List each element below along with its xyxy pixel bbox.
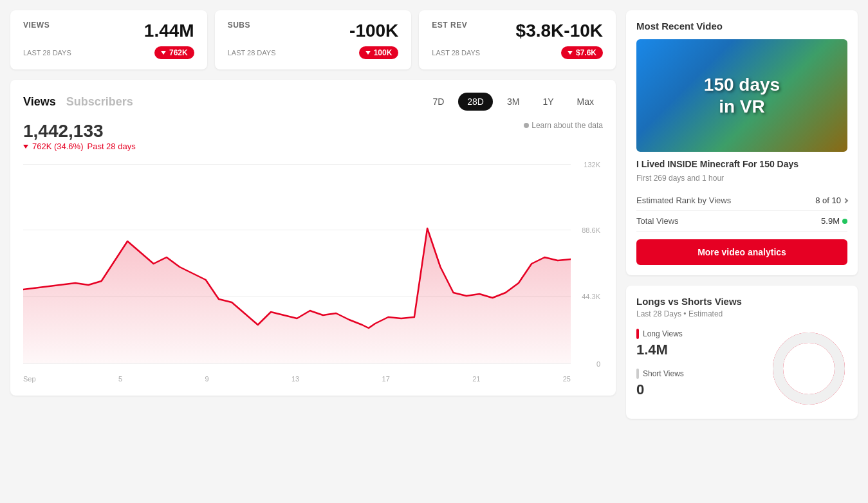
grid-label-132k: 132K — [584, 161, 600, 169]
tab-28d[interactable]: 28D — [458, 93, 493, 111]
longs-shorts-content: Long Views 1.4M Short Views 0 — [636, 329, 847, 408]
subs-label: SUBS — [228, 21, 250, 30]
longs-vs-shorts-card: Longs vs Shorts Views Last 28 Days • Est… — [626, 286, 858, 419]
chart-header: Views Subscribers 7D 28D 3M 1Y Max — [23, 93, 603, 111]
arrow-down-icon — [161, 51, 166, 55]
x-axis-labels: Sep 5 9 13 17 21 25 — [23, 375, 571, 383]
long-views-label: Long Views — [636, 329, 760, 339]
chart-card: Views Subscribers 7D 28D 3M 1Y Max 1,442… — [10, 80, 616, 396]
views-period: LAST 28 DAYS — [23, 49, 71, 57]
chart-period-tabs: 7D 28D 3M 1Y Max — [423, 93, 603, 111]
estrev-value: $3.8K-10K — [516, 21, 603, 41]
short-views-label: Short Views — [636, 369, 760, 379]
more-video-analytics-button[interactable]: More video analytics — [636, 239, 847, 265]
green-dot-icon — [842, 219, 847, 224]
long-bar-icon — [636, 329, 639, 339]
long-views-stat: Long Views 1.4M — [636, 329, 760, 358]
tab-7d[interactable]: 7D — [423, 93, 453, 111]
long-views-value: 1.4M — [636, 342, 760, 358]
chart-area: 132K 88.6K 44.3K 0 — [23, 164, 603, 383]
grid-label-0: 0 — [596, 360, 600, 368]
chart-change: 762K (34.6%) Past 28 days — [23, 142, 136, 151]
tab-max[interactable]: Max — [568, 93, 603, 111]
grid-label-88k: 88.6K — [582, 226, 600, 234]
donut-chart — [770, 330, 847, 407]
total-views-label: Total Views — [636, 216, 679, 226]
total-views-row: Total Views 5.9M — [636, 211, 847, 232]
subs-value: -100K — [349, 21, 398, 41]
chart-svg — [23, 164, 571, 363]
most-recent-video-card: Most Recent Video 150 daysin VR I Lived … — [626, 10, 858, 275]
estimated-rank-row[interactable]: Estimated Rank by Views 8 of 10 — [636, 190, 847, 211]
x-label-17: 17 — [382, 375, 390, 383]
x-label-9: 9 — [205, 375, 208, 383]
tab-1y[interactable]: 1Y — [533, 93, 562, 111]
subscribers-metric-tab[interactable]: Subscribers — [66, 95, 133, 109]
arrow-down-icon-subs — [365, 51, 371, 55]
estimated-rank-value: 8 of 10 — [815, 196, 847, 205]
estrev-badge: $7.6K — [561, 46, 603, 59]
views-value: 1.44M — [144, 21, 194, 41]
subs-period: LAST 28 DAYS — [228, 49, 276, 57]
video-title: I Lived INSIDE Minecraft For 150 Days — [636, 158, 847, 170]
short-views-stat: Short Views 0 — [636, 369, 760, 398]
learn-dot-icon — [524, 123, 529, 128]
most-recent-video-title: Most Recent Video — [636, 21, 847, 32]
subs-badge: 100K — [359, 46, 399, 59]
right-panel: Most Recent Video 150 daysin VR I Lived … — [626, 10, 858, 419]
thumbnail-overlay: 150 daysin VR — [636, 39, 847, 152]
subs-stat-card: SUBS -100K LAST 28 DAYS 100K — [215, 10, 412, 69]
longs-shorts-subtitle: Last 28 Days • Estimated — [636, 309, 847, 318]
x-label-13: 13 — [291, 375, 299, 383]
stat-cards: VIEWS 1.44M LAST 28 DAYS 762K SUBS -100K — [10, 10, 616, 69]
chart-metric-tabs: Views Subscribers — [23, 95, 133, 109]
chart-big-number: 1,442,133 — [23, 121, 136, 142]
estrev-period: LAST 28 DAYS — [432, 49, 480, 57]
thumbnail-text: 150 daysin VR — [699, 69, 785, 122]
x-label-sep: Sep — [23, 375, 36, 383]
views-stat-card: VIEWS 1.44M LAST 28 DAYS 762K — [10, 10, 207, 69]
longs-shorts-stats: Long Views 1.4M Short Views 0 — [636, 329, 760, 408]
estrev-label: EST REV — [432, 21, 467, 30]
x-label-21: 21 — [472, 375, 480, 383]
views-badge: 762K — [154, 46, 194, 59]
chevron-right-icon — [843, 197, 848, 203]
left-panel: VIEWS 1.44M LAST 28 DAYS 762K SUBS -100K — [10, 10, 616, 419]
short-views-value: 0 — [636, 381, 760, 398]
estimated-rank-label: Estimated Rank by Views — [636, 196, 731, 205]
change-arrow-icon — [23, 145, 28, 149]
views-label: VIEWS — [23, 21, 50, 30]
grid-label-44k: 44.3K — [582, 293, 600, 300]
video-thumbnail[interactable]: 150 daysin VR — [636, 39, 847, 152]
x-label-25: 25 — [563, 375, 571, 383]
svg-point-1 — [778, 338, 840, 399]
grid-line-bottom: 0 — [23, 363, 571, 364]
views-metric-tab[interactable]: Views — [23, 95, 56, 109]
arrow-down-icon-rev — [568, 51, 573, 55]
estrev-stat-card: EST REV $3.8K-10K LAST 28 DAYS $7.6K — [419, 10, 616, 69]
chart-stat: 1,442,133 762K (34.6%) Past 28 days — [23, 121, 136, 151]
x-label-5: 5 — [118, 375, 122, 383]
chart-learn[interactable]: Learn about the data — [524, 121, 603, 130]
longs-shorts-title: Longs vs Shorts Views — [636, 296, 847, 307]
donut-svg — [770, 330, 847, 407]
total-views-value: 5.9M — [821, 216, 847, 226]
video-subtitle: First 269 days and 1 hour — [636, 174, 847, 183]
tab-3m[interactable]: 3M — [498, 93, 528, 111]
short-bar-icon — [636, 369, 639, 379]
